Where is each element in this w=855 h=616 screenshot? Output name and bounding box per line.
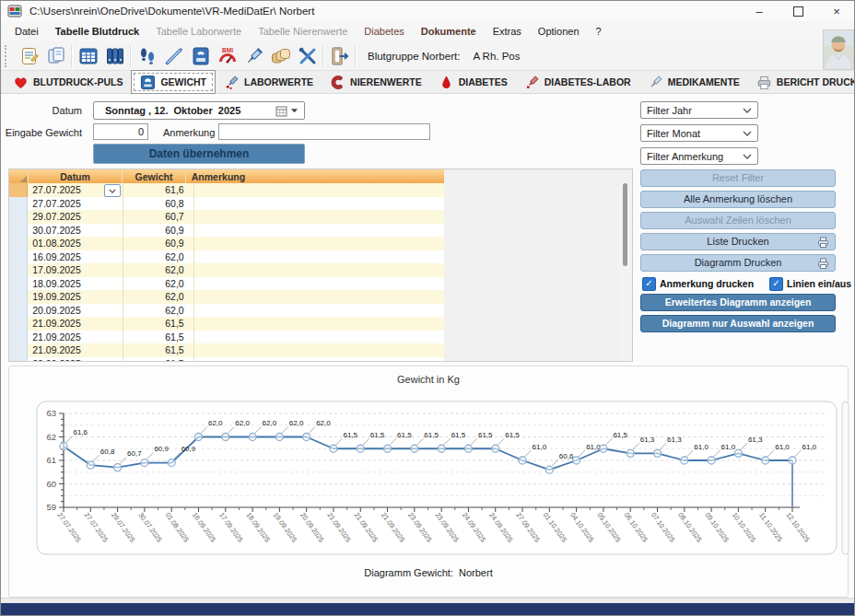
datum-cell[interactable]: 21.09.2025	[28, 343, 123, 357]
datum-cell[interactable]: 17.09.2025	[28, 263, 123, 277]
row-selector-cell[interactable]	[9, 250, 28, 264]
footprints-toolbar-button[interactable]	[134, 43, 160, 69]
gewicht-cell[interactable]: 62,0	[123, 263, 193, 277]
diagramm-nur-auswahl-button[interactable]: Diagramm nur Auswahl anzeigen	[640, 315, 836, 332]
tab-nierenwerte[interactable]: NIERENWERTE	[322, 72, 430, 93]
tab-gewicht[interactable]: GEWICHT	[131, 70, 216, 94]
gewicht-cell[interactable]: 62,0	[123, 277, 193, 291]
table-row[interactable]: 21.09.202561,5	[9, 331, 444, 344]
row-selector-cell[interactable]	[9, 224, 28, 238]
bmi-toolbar-button[interactable]: BMI	[214, 43, 240, 69]
datum-cell[interactable]: 29.07.2025	[28, 210, 123, 224]
bread-toolbar-button[interactable]	[267, 43, 294, 69]
erweitertes-diagramm-button[interactable]: Erweitertes Diagramm anzeigen	[640, 294, 836, 311]
gewicht-cell[interactable]: 62,0	[123, 250, 193, 264]
gewicht-cell[interactable]: 60,9	[123, 224, 193, 238]
close-button[interactable]: ×	[817, 1, 855, 21]
table-row[interactable]: 20.09.202562,0	[9, 304, 444, 318]
gewicht-cell[interactable]: 60,8	[123, 197, 193, 211]
menu-item-tabelle-blutdruck[interactable]: Tabelle Blutdruck	[47, 21, 147, 41]
menu-item-diabetes[interactable]: Diabetes	[356, 21, 412, 41]
table-row[interactable]: 30.07.202560,9	[9, 224, 444, 238]
table-row[interactable]: 01.08.202560,9	[9, 237, 444, 250]
anmerkung-input[interactable]	[218, 123, 430, 140]
table-row[interactable]: 29.07.202560,7	[9, 210, 444, 224]
row-selector-cell[interactable]	[9, 277, 28, 291]
gewicht-cell[interactable]: 61,6	[123, 183, 193, 197]
minimize-button[interactable]: –	[740, 1, 779, 21]
anmerkung-cell[interactable]	[194, 357, 444, 363]
table-row[interactable]: 18.09.202562,0	[9, 277, 444, 291]
diagramm-drucken-button[interactable]: Diagramm Drucken	[640, 254, 836, 272]
anmerkung-cell[interactable]	[194, 210, 444, 224]
gewicht-cell[interactable]: 62,0	[123, 304, 193, 318]
gewicht-cell[interactable]: 61,5	[123, 357, 193, 363]
row-selector-cell[interactable]	[9, 331, 28, 344]
binders-toolbar-button[interactable]	[101, 43, 128, 69]
syringe-toolbar-button[interactable]	[240, 43, 267, 69]
datum-cell[interactable]: 20.09.2025	[28, 304, 123, 318]
gewicht-cell[interactable]: 61,5	[123, 317, 193, 331]
select-all-cell[interactable]	[9, 169, 29, 183]
documents-toolbar-button[interactable]	[42, 43, 69, 69]
datum-cell-dropdown[interactable]	[104, 184, 121, 197]
tab-bericht-drucken[interactable]: BERICHT DRUCKEN	[748, 72, 855, 93]
table-row[interactable]: 16.09.202562,0	[9, 250, 444, 264]
table-row[interactable]: 27.07.202561,6	[9, 183, 444, 197]
tab-blutdruck-puls[interactable]: BLUTDRUCK-PULS	[5, 72, 131, 93]
linien-ein-aus-checkbox[interactable]: ✓ Linien ein/aus	[769, 277, 851, 291]
table-row[interactable]: 27.07.202560,8	[9, 197, 444, 211]
gewicht-cell[interactable]: 62,0	[123, 290, 193, 304]
tab-medikamente[interactable]: MEDIKAMENTE	[639, 72, 748, 93]
table-row[interactable]: 21.09.202561,5	[9, 317, 444, 331]
reset-filter-button[interactable]: Reset Filter	[640, 169, 836, 187]
datum-cell[interactable]: 21.09.2025	[28, 331, 123, 344]
daten-uebernehmen-button[interactable]: Daten übernehmen	[93, 144, 305, 164]
filter-anmerkung-select[interactable]: Filter Anmerkung	[640, 147, 758, 165]
thermometer-toolbar-button[interactable]	[160, 43, 187, 69]
tab-diabetes[interactable]: DIABETES	[430, 72, 516, 93]
anmerkung-cell[interactable]	[194, 250, 444, 264]
table-row[interactable]: 23.09.202561,5	[9, 357, 444, 363]
anmerkung-cell[interactable]	[194, 263, 444, 277]
menu-item-item[interactable]: ?	[588, 21, 610, 41]
anmerkung-cell[interactable]	[194, 331, 444, 344]
anmerkung-cell[interactable]	[194, 304, 444, 318]
tools-toolbar-button[interactable]	[294, 43, 321, 69]
liste-drucken-button[interactable]: Liste Drucken	[640, 233, 836, 250]
anmerkung-cell[interactable]	[194, 343, 444, 357]
filter-jahr-select[interactable]: Filter Jahr	[640, 101, 758, 119]
column-header-anmerkung[interactable]: Anmerkung	[186, 169, 444, 183]
datum-cell[interactable]: 27.07.2025	[28, 197, 123, 211]
anmerkung-cell[interactable]	[194, 224, 444, 238]
table-row[interactable]: 21.09.202561,5	[9, 343, 444, 357]
filter-monat-select[interactable]: Filter Monat	[640, 124, 758, 142]
scale-toolbar-button[interactable]	[187, 43, 214, 69]
row-selector-cell[interactable]	[9, 343, 28, 357]
row-selector-cell[interactable]	[9, 290, 28, 304]
scrollbar-thumb[interactable]	[623, 183, 627, 266]
menu-item-optionen[interactable]: Optionen	[530, 21, 588, 41]
row-selector-cell[interactable]	[9, 317, 28, 331]
datum-cell[interactable]: 21.09.2025	[28, 317, 123, 331]
table-row[interactable]: 17.09.202562,0	[9, 263, 444, 277]
column-header-datum[interactable]: Datum	[29, 169, 123, 183]
anmerkung-cell[interactable]	[194, 197, 444, 211]
table-scrollbar[interactable]	[619, 182, 631, 361]
datum-cell[interactable]: 01.08.2025	[28, 237, 123, 250]
row-selector-cell[interactable]	[9, 304, 28, 318]
datum-cell[interactable]: 27.07.2025	[28, 183, 123, 197]
datum-cell[interactable]: 18.09.2025	[28, 277, 123, 291]
exit-toolbar-button[interactable]	[326, 43, 353, 69]
anmerkung-cell[interactable]	[194, 237, 444, 250]
anmerkung-cell[interactable]	[194, 317, 444, 331]
notes-toolbar-button[interactable]	[16, 43, 42, 69]
tab-laborwerte[interactable]: LABORWERTE	[216, 72, 322, 93]
datum-cell[interactable]: 23.09.2025	[28, 357, 123, 363]
datum-cell[interactable]: 16.09.2025	[28, 250, 123, 264]
tab-diabetes-labor[interactable]: DIABETES-LABOR	[516, 72, 639, 93]
row-selector-cell[interactable]	[9, 183, 28, 197]
menu-item-datei[interactable]: Datei	[6, 21, 47, 41]
date-picker[interactable]: Sonntag , 12. Oktober 2025	[93, 101, 305, 120]
toolbar-grip[interactable]	[5, 45, 10, 67]
